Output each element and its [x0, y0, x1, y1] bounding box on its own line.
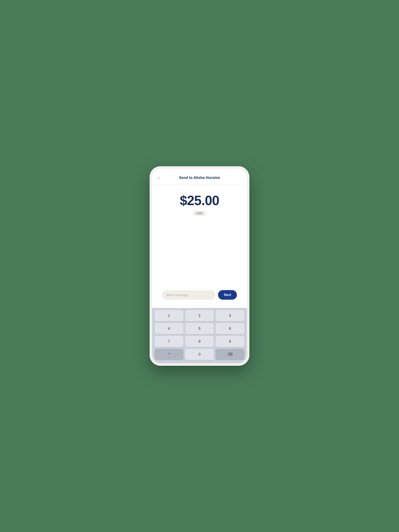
- message-input[interactable]: [162, 290, 215, 300]
- key-0[interactable]: 0: [185, 349, 214, 360]
- page-title: Send to Alisha Hurston: [179, 176, 220, 180]
- currency-badge: USD: [193, 211, 206, 216]
- key-9[interactable]: 9: [215, 336, 244, 347]
- phone-screen: ← Send to Alisha Hurston $25.00 USD Next…: [152, 169, 247, 363]
- amount-section: $25.00 USD: [157, 193, 242, 216]
- key-3[interactable]: 3: [215, 310, 244, 321]
- key-star[interactable]: *: [155, 349, 184, 360]
- spacer: [157, 221, 242, 287]
- keyboard-grid: 1 2 3 4 5 6 7 8 9 * 0 ⌫: [155, 310, 244, 360]
- back-button[interactable]: ←: [157, 175, 163, 181]
- key-7[interactable]: 7: [155, 336, 184, 347]
- key-4[interactable]: 4: [155, 323, 184, 334]
- key-2[interactable]: 2: [185, 310, 214, 321]
- phone-frame: ← Send to Alisha Hurston $25.00 USD Next…: [150, 166, 249, 366]
- keyboard-area: 1 2 3 4 5 6 7 8 9 * 0 ⌫: [152, 308, 247, 363]
- content-area: $25.00 USD Next: [152, 184, 247, 308]
- key-6[interactable]: 6: [215, 323, 244, 334]
- bottom-bar: Next: [157, 287, 242, 303]
- key-5[interactable]: 5: [185, 323, 214, 334]
- amount-display: $25.00: [180, 193, 219, 208]
- key-8[interactable]: 8: [185, 336, 214, 347]
- key-1[interactable]: 1: [155, 310, 184, 321]
- header: ← Send to Alisha Hurston: [152, 169, 247, 184]
- next-button[interactable]: Next: [218, 290, 237, 300]
- key-backspace[interactable]: ⌫: [215, 349, 244, 360]
